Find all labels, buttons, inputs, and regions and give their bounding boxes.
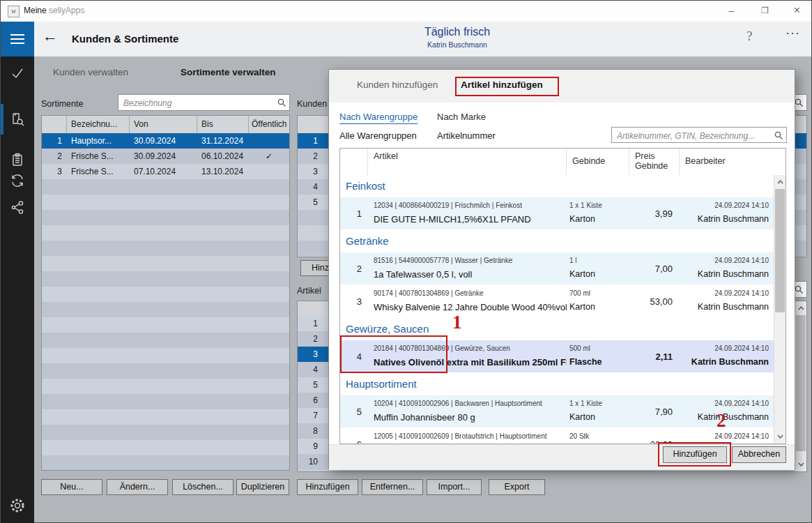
row-datum: 24.09.2024 14:10: [680, 202, 769, 209]
entfernen-button[interactable]: Entfernen...: [362, 479, 423, 495]
dialog-scrollbar[interactable]: [774, 175, 786, 444]
window-title-primary: Meine: [24, 6, 47, 15]
scroll-down-icon[interactable]: [774, 431, 786, 442]
col-bezeichnung[interactable]: Bezeichnu...: [67, 116, 130, 133]
check-icon: [10, 66, 24, 80]
sortiment-row-1[interactable]: 1 Hauptsor... 30.09.2024 31.12.2024: [42, 133, 289, 149]
sortiment-row-3[interactable]: 3 Frische S... 07.10.2024 13.10.2024: [42, 164, 289, 179]
sortimente-search[interactable]: [118, 94, 290, 111]
menu-button[interactable]: [1, 22, 34, 56]
back-button[interactable]: ←: [43, 27, 58, 45]
row-name: Muffin Johannisbeer 80 g: [374, 412, 567, 423]
row-datum: 24.09.2024 14:10: [680, 289, 769, 297]
export-button[interactable]: Export: [489, 479, 545, 495]
dialog-table-body: Feinkost 1 12034 | 4008664000219 | Frisc…: [340, 175, 774, 444]
close-button[interactable]: ×: [781, 1, 812, 22]
row-gebinde-menge: 20 Stk: [569, 432, 629, 440]
row-num: 2: [42, 149, 67, 164]
col-gebinde[interactable]: Gebinde: [567, 149, 629, 175]
article-row-1[interactable]: 1 12034 | 4008664000219 | Frischmilch | …: [340, 197, 774, 230]
row-datum: 24.09.2024 14:10: [680, 400, 769, 407]
row-num: 6: [340, 428, 368, 444]
tab-kunden-verwalten[interactable]: Kunden verwalten: [53, 67, 128, 77]
dialog-search[interactable]: [611, 127, 787, 143]
sidebar-item-tasks[interactable]: [1, 58, 34, 89]
dialog-search-input[interactable]: [615, 129, 772, 143]
article-row-5[interactable]: 5 10204 | 4100910002906 | Backwaren | Ha…: [340, 395, 774, 428]
filter-artikelnummer[interactable]: Artikelnummer: [437, 130, 496, 141]
article-row-3[interactable]: 3 90174 | 4007801304869 | GetränkeWhisky…: [340, 285, 774, 318]
aendern-button[interactable]: Ändern...: [107, 479, 168, 495]
row-num: 7: [298, 408, 323, 423]
sortimente-table: Bezeichnu... Von Bis Öffentlich 1 Haupts…: [41, 115, 290, 471]
row-datum: 24.09.2024 14:10: [680, 432, 769, 440]
duplizieren-button[interactable]: Duplizieren: [236, 479, 289, 495]
neu-button[interactable]: Neu...: [41, 479, 102, 495]
filter-alle-warengruppen[interactable]: Alle Warengruppen: [339, 130, 417, 141]
article-row-2[interactable]: 2 81516 | 5449000057778 | Wasser | Geträ…: [340, 252, 774, 285]
sidebar-item-customers[interactable]: [1, 104, 34, 135]
window-title: Meine sellyApps: [24, 6, 84, 15]
hinzufuegen-button[interactable]: Hinzufügen: [297, 479, 358, 495]
row-name: DIE GUTE H-MILCH1,5%6X1L PFAND: [374, 214, 567, 225]
dialog-article-table: Artikel Gebinde Preis Gebinde Bearbeiter…: [339, 148, 786, 444]
row-num: 2: [298, 331, 323, 347]
scroll-down-icon[interactable]: [795, 459, 806, 470]
sortimente-table-header: Bezeichnu... Von Bis Öffentlich: [42, 116, 289, 134]
col-oeffentlich[interactable]: Öffentlich: [249, 116, 289, 133]
artikel-hinzufuegen-dialog: Kunden hinzufügen Artikel hinzufügen Nac…: [328, 69, 795, 469]
row-bearbeiter: Katrin Buschmann: [680, 269, 769, 279]
col-von[interactable]: Von: [130, 116, 197, 133]
loeschen-button[interactable]: Löschen...: [172, 479, 233, 495]
row-oeffentlich: ✓: [249, 149, 289, 164]
sortimente-label: Sortimente: [41, 99, 83, 109]
row-num: 2: [340, 252, 368, 285]
context-user: Katrin Buschmann: [367, 40, 548, 49]
row-oeffentlich: [249, 133, 289, 149]
gear-icon: [9, 497, 26, 514]
window-title-secondary: sellyApps: [49, 6, 84, 15]
filter-nach-marke[interactable]: Nach Marke: [437, 112, 486, 122]
row-num: 9: [298, 439, 323, 454]
search-icon: [795, 98, 804, 107]
sidebar-item-share[interactable]: [1, 192, 34, 222]
tab-sortimente-verwalten[interactable]: Sortimente verwalten: [181, 67, 276, 77]
col-bearbeiter[interactable]: Bearbeiter: [680, 149, 786, 175]
import-button[interactable]: Import...: [427, 479, 482, 495]
sortimente-search-input[interactable]: [122, 96, 275, 110]
dialog-tab-kunden-hinzufuegen[interactable]: Kunden hinzufügen: [357, 79, 438, 90]
row-num: 1: [42, 133, 67, 149]
more-options-button[interactable]: ···: [786, 26, 800, 40]
settings-button[interactable]: [1, 490, 34, 521]
active-indicator: [1, 104, 3, 135]
col-artikel[interactable]: Artikel: [368, 149, 567, 175]
row-gebinde-art: Karton: [569, 214, 629, 224]
row-bis: 06.10.2024: [197, 149, 249, 164]
sortiment-row-2[interactable]: 2 Frische S... 30.09.2024 06.10.2024 ✓: [42, 149, 289, 164]
scrollbar-thumb[interactable]: [796, 315, 806, 451]
scroll-up-icon[interactable]: [795, 303, 806, 314]
annotation-box-button: [658, 442, 731, 467]
row-gebinde-art: Karton: [569, 412, 629, 422]
row-meta: 12005 | 4100910002609 | Brotaufstrich | …: [374, 432, 567, 440]
minimize-button[interactable]: –: [716, 1, 747, 22]
article-row-6[interactable]: 6 12005 | 4100910002609 | Brotaufstrich …: [340, 428, 774, 444]
maximize-button[interactable]: ❐: [749, 1, 781, 22]
context-info: Täglich frisch Katrin Buschmann: [367, 26, 548, 49]
artikel-scrollbar[interactable]: [795, 301, 806, 471]
kunden-label: Kunden: [297, 99, 327, 109]
row-meta: 90174 | 4007801304869 | Getränke: [374, 289, 567, 297]
row-gebinde-art: Karton: [569, 302, 629, 312]
scrollbar-thumb[interactable]: [775, 189, 785, 312]
row-bearbeiter: Katrin Buschmann: [680, 214, 769, 224]
scroll-up-icon[interactable]: [774, 176, 786, 188]
dialog-abbrechen-button[interactable]: Abbrechen: [732, 446, 786, 463]
help-button[interactable]: ?: [746, 29, 752, 44]
col-bis[interactable]: Bis: [197, 116, 249, 133]
filter-nach-warengruppe[interactable]: Nach Warengruppe: [339, 112, 418, 124]
row-num: 6: [298, 393, 323, 408]
row-gebinde-art: Karton: [569, 269, 629, 279]
col-preis-gebinde[interactable]: Preis Gebinde: [629, 149, 680, 175]
sidebar: [1, 56, 34, 523]
row-gebinde-menge: 1 l: [569, 257, 629, 264]
